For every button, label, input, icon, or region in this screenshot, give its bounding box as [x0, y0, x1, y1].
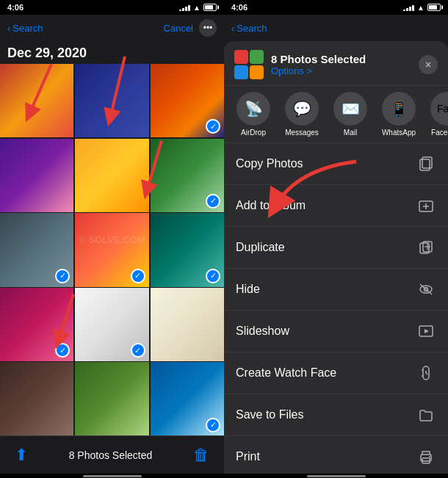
photo-cell-10[interactable]: ✓ [0, 288, 73, 361]
photo-cell-2[interactable] [75, 64, 148, 137]
right-panel: 4:06 ▲ ‹ Search [224, 0, 448, 478]
more-apps-icon: Fa... [430, 92, 448, 126]
airdrop-label: AirDrop [241, 128, 266, 137]
battery-icon-left [203, 4, 217, 11]
hide-label: Hide [236, 283, 260, 296]
messages-label: Messages [285, 128, 319, 137]
cancel-button[interactable]: Cancel [164, 23, 193, 34]
status-icons-right: ▲ [403, 4, 441, 12]
photo-cell-9[interactable]: ✓ [151, 213, 224, 286]
menu-item-slideshow[interactable]: Slideshow [224, 311, 448, 352]
menu-item-duplicate[interactable]: Duplicate [224, 227, 448, 269]
check-11: ✓ [131, 343, 145, 358]
photo-cell-12[interactable] [151, 288, 224, 361]
save-files-label: Save to Files [236, 408, 303, 421]
watch-face-label: Create Watch Face [236, 366, 336, 380]
menu-item-add-to-album[interactable]: Add to Album [224, 185, 448, 227]
mail-icon: ✉️ [333, 92, 367, 126]
airdrop-item-airdrop[interactable]: 📡 AirDrop [234, 92, 272, 137]
photo-cell-7[interactable]: ✓ [0, 213, 73, 286]
duplicate-label: Duplicate [236, 241, 285, 254]
status-bar-left: 4:06 ▲ [0, 0, 224, 15]
check-8: ✓ [131, 269, 145, 283]
close-button[interactable]: × [419, 55, 438, 74]
share-title: 8 Photos Selected [271, 53, 419, 65]
wifi-icon-right: ▲ [417, 4, 424, 12]
menu-item-copy-photos[interactable]: Copy Photos [224, 143, 448, 185]
menu-item-print[interactable]: Print [224, 436, 448, 474]
back-label-left: Search [12, 23, 43, 34]
menu-item-watch-face[interactable]: Create Watch Face [224, 352, 448, 394]
copy-photos-icon [416, 153, 436, 174]
photo-grid: ✓ ✓ ✓ ✓ ✓ ✓ [0, 64, 224, 435]
photo-cell-13[interactable] [0, 362, 73, 435]
signal-icon-left [179, 4, 190, 11]
back-button-left[interactable]: ‹ Search [7, 23, 43, 34]
home-indicator-left [0, 474, 224, 478]
airdrop-item-mail[interactable]: ✉️ Mail [331, 92, 369, 137]
airdrop-item-messages[interactable]: 💬 Messages [283, 92, 321, 137]
menu-list: Copy Photos Add to Album [224, 143, 448, 474]
airdrop-item-whatsapp[interactable]: 📱 WhatsApp [380, 92, 418, 137]
photo-cell-3[interactable]: ✓ [151, 64, 224, 137]
selected-count: 8 Photos Selected [69, 449, 153, 461]
share-button[interactable]: ⬆ [15, 446, 28, 465]
menu-item-hide[interactable]: Hide [224, 269, 448, 311]
menu-item-save-files[interactable]: Save to Files [224, 394, 448, 436]
delete-button[interactable]: 🗑 [193, 446, 209, 465]
save-files-icon [416, 405, 436, 425]
time-left: 4:06 [7, 3, 24, 12]
share-sheet-header: 8 Photos Selected Options > × [224, 41, 448, 86]
check-15: ✓ [206, 418, 220, 432]
more-button[interactable]: ••• [199, 19, 217, 37]
photo-cell-5[interactable] [75, 139, 148, 212]
time-right: 4:06 [231, 3, 248, 12]
slideshow-label: Slideshow [236, 325, 289, 338]
photo-cell-15[interactable]: ✓ [151, 362, 224, 435]
share-photos-grid [234, 50, 264, 79]
slideshow-icon [416, 321, 436, 341]
watch-face-icon [416, 363, 436, 383]
airdrop-icon: 📡 [236, 92, 270, 126]
add-to-album-label: Add to Album [236, 199, 306, 212]
airdrop-row: 📡 AirDrop 💬 Messages ✉️ Mail 📱 WhatsApp … [224, 86, 448, 143]
share-sheet: 8 Photos Selected Options > × 📡 AirDrop … [224, 41, 448, 474]
photo-cell-6[interactable]: ✓ [151, 139, 224, 212]
date-label: Dec 29, 2020 [0, 41, 224, 64]
back-label-right: Search [236, 23, 267, 34]
home-indicator-right [224, 474, 448, 478]
more-icon: ••• [203, 23, 213, 33]
svg-line-24 [426, 373, 427, 374]
nav-bar-left: ‹ Search Cancel ••• [0, 15, 224, 41]
status-icons-left: ▲ [179, 4, 217, 12]
print-label: Print [236, 450, 260, 463]
svg-point-29 [429, 456, 430, 457]
whatsapp-label: WhatsApp [382, 128, 416, 137]
photo-cell-14[interactable] [75, 362, 148, 435]
mail-label: Mail [344, 128, 357, 137]
photo-cell-11[interactable]: ✓ [75, 288, 148, 361]
messages-icon: 💬 [285, 92, 319, 126]
bottom-bar: ⬆ 8 Photos Selected 🗑 [0, 435, 224, 474]
photo-cell-1[interactable] [0, 64, 73, 137]
share-header-text: 8 Photos Selected Options > [271, 53, 419, 76]
status-bar-right: 4:06 ▲ [224, 0, 448, 15]
photo-cell-8[interactable]: ✓ [75, 213, 148, 286]
airdrop-item-more[interactable]: Fa... Facebook [428, 92, 448, 137]
svg-marker-21 [424, 329, 429, 333]
check-6: ✓ [206, 194, 220, 209]
print-icon [416, 446, 436, 467]
add-to-album-icon [416, 195, 436, 216]
photo-cell-4[interactable] [0, 139, 73, 212]
duplicate-icon [416, 237, 436, 258]
back-button-right[interactable]: ‹ Search [231, 23, 267, 34]
check-7: ✓ [55, 269, 70, 283]
share-options-link[interactable]: Options > [271, 65, 419, 76]
check-9: ✓ [206, 269, 220, 283]
more-apps-label: Facebook [431, 128, 448, 137]
nav-actions-left: Cancel ••• [164, 19, 217, 37]
signal-icon-right [403, 4, 414, 11]
wifi-icon-left: ▲ [193, 4, 200, 12]
hide-icon [416, 279, 436, 300]
battery-icon-right [427, 4, 441, 11]
